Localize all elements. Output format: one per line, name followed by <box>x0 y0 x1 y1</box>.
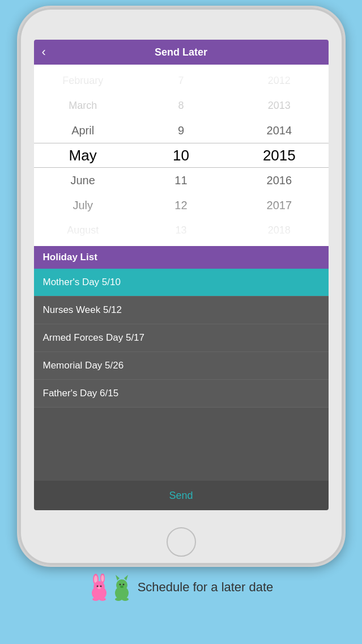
holiday-item-label: Father's Day 6/15 <box>43 388 119 399</box>
picker-year-2017[interactable]: 2017 <box>232 193 326 218</box>
bottom-label-area: Schedule for a later date <box>89 574 274 601</box>
picker-year-2015[interactable]: 2015 <box>232 143 326 168</box>
picker-month-february[interactable]: February <box>36 68 130 93</box>
holiday-item-memorial-day[interactable]: Memorial Day 5/26 <box>34 352 329 380</box>
send-bar: Send <box>34 481 329 510</box>
holiday-item-nurses-week[interactable]: Nurses Week 5/12 <box>34 296 329 324</box>
svg-point-6 <box>96 586 98 587</box>
phone-screen: ‹ Send Later February March April May Ju… <box>34 40 329 510</box>
home-button[interactable] <box>167 527 196 557</box>
green-character-icon <box>112 574 132 601</box>
holiday-item-fathers-day[interactable]: Father's Day 6/15 <box>34 380 329 408</box>
svg-point-7 <box>100 586 101 587</box>
holiday-list: Mother's Day 5/10 Nurses Week 5/12 Armed… <box>34 269 329 481</box>
svg-point-8 <box>97 587 101 589</box>
picker-month-august[interactable]: August <box>36 218 130 243</box>
picker-month-june[interactable]: June <box>36 168 130 193</box>
picker-day-12[interactable]: 12 <box>134 193 228 218</box>
holiday-list-title: Holiday List <box>43 252 97 262</box>
bottom-tagline: Schedule for a later date <box>138 580 274 595</box>
date-picker[interactable]: February March April May June July Augus… <box>34 65 329 246</box>
picker-year-2018[interactable]: 2018 <box>232 218 326 243</box>
picker-month-march[interactable]: March <box>36 93 130 118</box>
picker-year-2012[interactable]: 2012 <box>232 68 326 93</box>
holiday-list-header: Holiday List <box>34 246 329 269</box>
send-button[interactable]: Send <box>169 490 193 502</box>
svg-point-15 <box>119 584 121 586</box>
svg-point-10 <box>99 598 106 601</box>
year-picker-column[interactable]: 2012 2013 2014 2015 2016 2017 2018 <box>230 65 328 246</box>
pink-bunny-icon <box>89 574 110 601</box>
holiday-item-label: Mother's Day 5/10 <box>43 277 121 288</box>
holiday-item-armed-forces-day[interactable]: Armed Forces Day 5/17 <box>34 324 329 352</box>
svg-point-16 <box>122 584 124 586</box>
screen-title: Send Later <box>155 46 207 58</box>
picker-year-2013[interactable]: 2013 <box>232 93 326 118</box>
svg-point-3 <box>101 575 104 582</box>
back-button[interactable]: ‹ <box>42 45 46 60</box>
holiday-item-label: Nurses Week 5/12 <box>43 304 122 316</box>
holiday-item-mothers-day[interactable]: Mother's Day 5/10 <box>34 269 329 296</box>
svg-point-12 <box>116 579 127 591</box>
screen-content: ‹ Send Later February March April May Ju… <box>34 40 329 510</box>
picker-day-7[interactable]: 7 <box>134 68 228 93</box>
holiday-item-label: Memorial Day 5/26 <box>43 360 124 371</box>
picker-month-may[interactable]: May <box>36 143 130 168</box>
picker-day-9[interactable]: 9 <box>134 118 228 143</box>
picker-day-11[interactable]: 11 <box>134 168 228 193</box>
svg-marker-13 <box>116 575 120 581</box>
svg-point-9 <box>92 598 99 601</box>
picker-month-april[interactable]: April <box>36 118 130 143</box>
svg-point-17 <box>120 586 123 588</box>
picker-year-2016[interactable]: 2016 <box>232 168 326 193</box>
picker-day-8[interactable]: 8 <box>134 93 228 118</box>
phone-frame: ‹ Send Later February March April May Ju… <box>17 6 346 567</box>
svg-marker-14 <box>124 575 128 581</box>
top-bar: ‹ Send Later <box>34 40 329 65</box>
picker-day-10[interactable]: 10 <box>134 143 228 168</box>
holiday-item-label: Armed Forces Day 5/17 <box>43 332 145 344</box>
mascot-icons <box>89 574 132 601</box>
day-picker-column[interactable]: 7 8 9 10 11 12 13 <box>132 65 230 246</box>
picker-year-2014[interactable]: 2014 <box>232 118 326 143</box>
picker-month-july[interactable]: July <box>36 193 130 218</box>
svg-point-18 <box>115 598 122 601</box>
picker-day-13[interactable]: 13 <box>134 218 228 243</box>
month-picker-column[interactable]: February March April May June July Augus… <box>34 65 132 246</box>
svg-point-19 <box>122 598 129 601</box>
